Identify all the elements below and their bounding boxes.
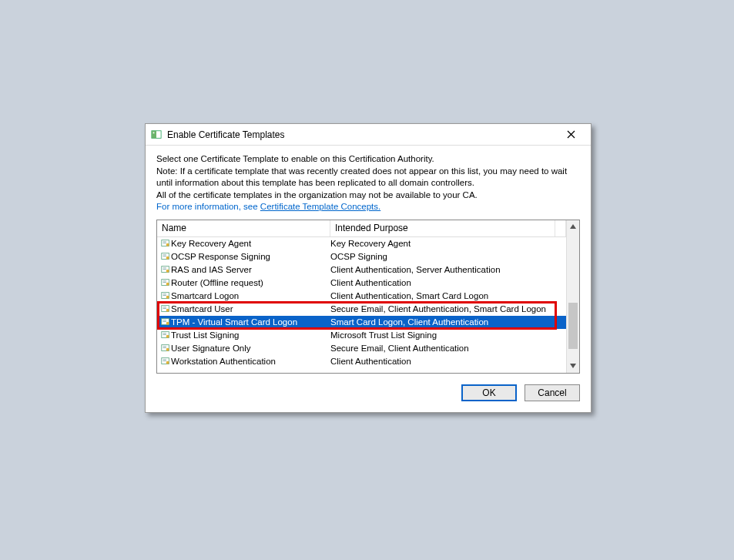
svg-rect-29 bbox=[163, 295, 166, 296]
list-content: Name Intended Purpose Key Recovery Agent… bbox=[157, 220, 566, 373]
chevron-down-icon bbox=[570, 364, 576, 368]
column-header-spacer bbox=[555, 220, 566, 236]
row-purpose: Client Authentication, Smart Card Logon bbox=[330, 291, 566, 300]
row-name: Router (Offline request) bbox=[171, 278, 330, 287]
svg-point-32 bbox=[166, 309, 169, 312]
svg-rect-48 bbox=[163, 346, 166, 347]
row-purpose: Microsoft Trust List Signing bbox=[330, 330, 566, 340]
certificate-icon bbox=[157, 290, 171, 301]
table-row[interactable]: Smartcard LogonClient Authentication, Sm… bbox=[157, 290, 566, 303]
svg-point-7 bbox=[166, 243, 169, 246]
rows-container: Key Recovery AgentKey Recovery Agent OCS… bbox=[157, 237, 566, 368]
svg-marker-55 bbox=[570, 224, 576, 229]
vertical-scrollbar[interactable] bbox=[566, 220, 579, 373]
table-row[interactable]: Trust List SigningMicrosoft Trust List S… bbox=[157, 329, 566, 342]
table-row[interactable]: Router (Offline request)Client Authentic… bbox=[157, 277, 566, 290]
certificate-icon bbox=[157, 356, 171, 367]
scrollbar-track[interactable] bbox=[567, 233, 579, 360]
certificate-icon bbox=[157, 303, 171, 314]
link-prefix: For more information, see bbox=[156, 202, 260, 211]
svg-rect-23 bbox=[163, 280, 166, 281]
svg-rect-19 bbox=[163, 269, 166, 270]
svg-rect-8 bbox=[163, 241, 166, 242]
svg-rect-39 bbox=[163, 321, 166, 322]
svg-point-12 bbox=[166, 257, 169, 260]
certificate-icon bbox=[157, 343, 171, 354]
row-purpose: Client Authentication bbox=[330, 357, 566, 366]
row-purpose: Client Authentication bbox=[330, 278, 566, 287]
scroll-up-button[interactable] bbox=[567, 220, 579, 233]
table-row[interactable]: Smartcard UserSecure Email, Client Authe… bbox=[157, 303, 566, 316]
button-row: OK Cancel bbox=[156, 384, 580, 401]
ok-button[interactable]: OK bbox=[461, 384, 517, 401]
svg-point-22 bbox=[166, 283, 169, 286]
enable-certificate-templates-dialog: Enable Certificate Templates Select one … bbox=[145, 123, 592, 413]
svg-point-27 bbox=[166, 296, 169, 299]
certificate-icon bbox=[157, 251, 171, 262]
svg-rect-14 bbox=[163, 256, 166, 257]
certificate-icon bbox=[157, 317, 171, 327]
svg-rect-1 bbox=[152, 130, 156, 138]
svg-rect-54 bbox=[163, 360, 166, 361]
svg-rect-43 bbox=[163, 333, 166, 334]
certificate-icon bbox=[157, 264, 171, 275]
row-purpose: OCSP Signing bbox=[330, 252, 566, 261]
row-name: RAS and IAS Server bbox=[171, 265, 330, 274]
certificate-template-icon bbox=[150, 129, 163, 141]
close-icon bbox=[567, 130, 575, 139]
column-headers: Name Intended Purpose bbox=[157, 220, 566, 237]
svg-point-17 bbox=[166, 270, 169, 273]
certificate-icon bbox=[157, 238, 171, 249]
svg-rect-2 bbox=[153, 132, 155, 133]
close-button[interactable] bbox=[555, 126, 586, 143]
svg-rect-9 bbox=[163, 243, 166, 243]
row-name: TPM - Virtual Smart Card Logon bbox=[171, 317, 330, 327]
svg-rect-13 bbox=[163, 254, 166, 255]
row-purpose: Secure Email, Client Authentication, Sma… bbox=[330, 304, 566, 314]
certificate-icon bbox=[157, 277, 171, 288]
template-list: Name Intended Purpose Key Recovery Agent… bbox=[156, 220, 580, 374]
scroll-down-button[interactable] bbox=[567, 360, 579, 373]
svg-rect-33 bbox=[163, 307, 166, 307]
row-name: Workstation Authentication bbox=[171, 357, 330, 366]
svg-rect-38 bbox=[163, 320, 166, 320]
table-row[interactable]: OCSP Response SigningOCSP Signing bbox=[157, 250, 566, 263]
svg-point-42 bbox=[166, 335, 169, 338]
row-name: OCSP Response Signing bbox=[171, 252, 330, 261]
row-name: User Signature Only bbox=[171, 344, 330, 353]
table-row[interactable]: TPM - Virtual Smart Card LogonSmart Card… bbox=[157, 316, 566, 329]
row-purpose: Client Authentication, Server Authentica… bbox=[330, 265, 566, 274]
svg-point-37 bbox=[166, 322, 169, 325]
table-row[interactable]: RAS and IAS ServerClient Authentication,… bbox=[157, 263, 566, 277]
intro-link-line: For more information, see Certificate Te… bbox=[156, 201, 580, 213]
row-name: Smartcard Logon bbox=[171, 291, 330, 300]
svg-point-52 bbox=[166, 361, 169, 364]
svg-rect-44 bbox=[163, 334, 166, 335]
svg-rect-28 bbox=[163, 293, 166, 294]
concepts-link[interactable]: Certificate Template Concepts. bbox=[260, 202, 380, 211]
svg-rect-34 bbox=[163, 308, 166, 309]
intro-text: Select one Certificate Template to enabl… bbox=[156, 153, 580, 213]
row-purpose: Smart Card Logon, Client Authentication bbox=[330, 317, 566, 327]
column-header-name[interactable]: Name bbox=[157, 220, 330, 236]
intro-line-2: Note: If a certificate template that was… bbox=[156, 166, 580, 189]
dialog-body: Select one Certificate Template to enabl… bbox=[146, 146, 591, 412]
table-row[interactable]: User Signature OnlySecure Email, Client … bbox=[157, 342, 566, 355]
row-name: Key Recovery Agent bbox=[171, 239, 330, 248]
certificate-icon bbox=[157, 330, 171, 340]
cancel-button[interactable]: Cancel bbox=[525, 384, 580, 401]
svg-rect-49 bbox=[163, 347, 166, 348]
row-purpose: Secure Email, Client Authentication bbox=[330, 344, 566, 353]
svg-rect-53 bbox=[163, 359, 166, 360]
svg-rect-18 bbox=[163, 267, 166, 268]
svg-point-47 bbox=[166, 348, 169, 351]
intro-line-1: Select one Certificate Template to enabl… bbox=[156, 153, 580, 166]
table-row[interactable]: Workstation AuthenticationClient Authent… bbox=[157, 355, 566, 368]
column-header-purpose[interactable]: Intended Purpose bbox=[330, 220, 555, 236]
table-row[interactable]: Key Recovery AgentKey Recovery Agent bbox=[157, 237, 566, 250]
scrollbar-thumb[interactable] bbox=[568, 303, 578, 349]
svg-rect-24 bbox=[163, 282, 166, 283]
intro-line-3: All of the certificate templates in the … bbox=[156, 189, 580, 202]
titlebar: Enable Certificate Templates bbox=[146, 124, 591, 146]
row-name: Smartcard User bbox=[171, 304, 330, 314]
